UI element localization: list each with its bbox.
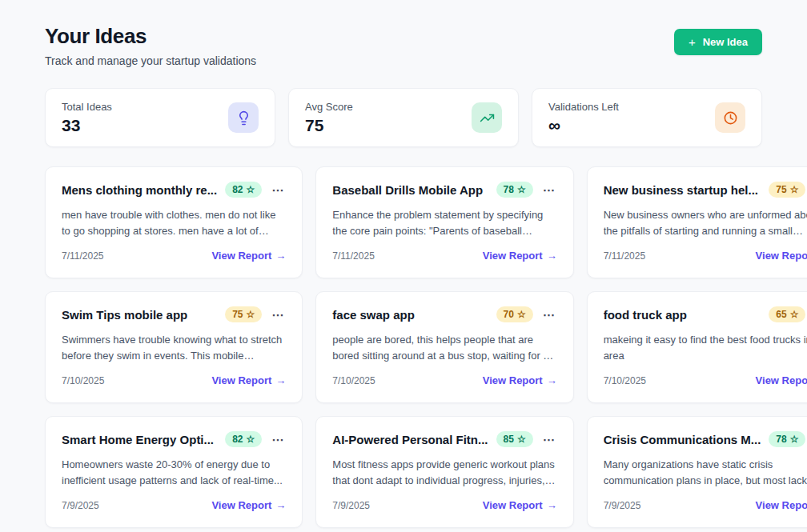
- card-footer: 7/11/2025 View Report →: [62, 250, 286, 262]
- idea-date: 7/9/2025: [604, 500, 641, 511]
- card-footer: 7/10/2025 View Report →: [604, 374, 807, 386]
- stats-row: Total Ideas 33 Avg Score 75: [45, 88, 762, 147]
- card-header: face swap app 70 ☆ ⋯: [332, 306, 556, 322]
- score-value: 78: [504, 184, 514, 195]
- idea-card: food truck app 65 ☆ ⋯ makeing it easy to…: [587, 291, 807, 403]
- card-footer: 7/9/2025 View Report →: [62, 499, 286, 511]
- idea-card: Swim Tips mobile app 75 ☆ ⋯ Swimmers hav…: [45, 291, 303, 403]
- card-footer: 7/9/2025 View Report →: [332, 499, 556, 511]
- stat-label: Avg Score: [305, 101, 353, 113]
- idea-card: Mens clothing monthly re... 82 ☆ ⋯ men h…: [45, 166, 303, 278]
- view-report-label: View Report: [211, 499, 271, 511]
- idea-title: New business startup hel...: [604, 183, 761, 197]
- page-heading-group: Your Ideas Track and manage your startup…: [45, 24, 256, 67]
- ellipsis-icon: ⋯: [271, 308, 284, 322]
- arrow-right-icon: →: [275, 250, 286, 262]
- lightbulb-icon: [228, 102, 259, 133]
- view-report-link[interactable]: View Report →: [211, 499, 286, 511]
- score-badge: 78 ☆: [496, 182, 533, 198]
- idea-date: 7/10/2025: [332, 375, 375, 386]
- idea-title: Baseball Drills Mobile App: [332, 183, 488, 197]
- idea-card: AI-Powered Personal Fitn... 85 ☆ ⋯ Most …: [315, 416, 573, 528]
- idea-title: Mens clothing monthly re...: [62, 183, 217, 197]
- view-report-label: View Report: [756, 250, 807, 262]
- card-footer: 7/10/2025 View Report →: [332, 374, 556, 386]
- clock-icon: [715, 102, 745, 133]
- card-menu-button[interactable]: ⋯: [270, 307, 286, 322]
- arrow-right-icon: →: [547, 499, 557, 511]
- star-icon: ☆: [247, 185, 255, 194]
- arrow-right-icon: →: [275, 499, 286, 511]
- plus-icon: +: [689, 36, 696, 48]
- card-header: Crisis Communications M... 78 ☆ ⋯: [604, 431, 807, 447]
- card-footer: 7/10/2025 View Report →: [62, 374, 286, 386]
- card-header: AI-Powered Personal Fitn... 85 ☆ ⋯: [332, 431, 556, 447]
- view-report-link[interactable]: View Report →: [483, 499, 557, 511]
- score-value: 65: [776, 309, 786, 320]
- card-footer: 7/11/2025 View Report →: [332, 250, 556, 262]
- stat-card-validations-left: Validations Left ∞: [532, 88, 762, 147]
- stat-text: Validations Left ∞: [548, 101, 619, 135]
- card-menu-button[interactable]: ⋯: [270, 182, 286, 198]
- card-menu-button[interactable]: ⋯: [270, 432, 286, 447]
- stat-card-total-ideas: Total Ideas 33: [45, 88, 275, 147]
- view-report-label: View Report: [211, 374, 271, 386]
- ellipsis-icon: ⋯: [271, 433, 284, 446]
- score-value: 85: [504, 434, 514, 445]
- idea-card: face swap app 70 ☆ ⋯ people are bored, t…: [315, 291, 573, 403]
- card-menu-button[interactable]: ⋯: [541, 432, 557, 447]
- idea-description: people are bored, this helps people that…: [332, 332, 556, 363]
- ellipsis-icon: ⋯: [543, 308, 556, 322]
- view-report-label: View Report: [756, 499, 807, 511]
- view-report-link[interactable]: View Report →: [211, 374, 286, 386]
- view-report-link[interactable]: View Report →: [483, 374, 557, 386]
- card-header: Smart Home Energy Opti... 82 ☆ ⋯: [62, 431, 286, 447]
- idea-description: New business owners who are unformed abo…: [604, 207, 807, 238]
- page-subtitle: Track and manage your startup validation…: [45, 54, 256, 67]
- idea-date: 7/11/2025: [332, 250, 375, 262]
- star-icon: ☆: [790, 185, 799, 194]
- idea-title: face swap app: [332, 308, 488, 322]
- idea-description: Most fitness apps provide generic workou…: [332, 457, 556, 488]
- score-badge: 82 ☆: [225, 431, 262, 447]
- card-header: food truck app 65 ☆ ⋯: [604, 306, 807, 322]
- stat-label: Total Ideas: [62, 101, 112, 113]
- score-badge: 75 ☆: [225, 306, 262, 322]
- star-icon: ☆: [790, 434, 799, 444]
- stat-card-avg-score: Avg Score 75: [288, 88, 519, 147]
- view-report-link[interactable]: View Report →: [756, 250, 807, 262]
- score-value: 75: [776, 184, 786, 195]
- view-report-link[interactable]: View Report →: [756, 499, 807, 511]
- idea-title: Smart Home Energy Opti...: [62, 433, 217, 446]
- view-report-label: View Report: [483, 250, 543, 262]
- ellipsis-icon: ⋯: [271, 183, 284, 197]
- new-idea-button[interactable]: + New Idea: [674, 29, 762, 55]
- view-report-link[interactable]: View Report →: [211, 250, 286, 262]
- idea-title: AI-Powered Personal Fitn...: [332, 433, 488, 446]
- star-icon: ☆: [517, 434, 526, 444]
- ideas-dashboard: Your Ideas Track and manage your startup…: [0, 0, 807, 528]
- trending-up-icon: [472, 102, 502, 133]
- view-report-label: View Report: [483, 374, 543, 386]
- score-value: 82: [232, 434, 243, 445]
- view-report-link[interactable]: View Report →: [756, 374, 807, 386]
- idea-card: Smart Home Energy Opti... 82 ☆ ⋯ Homeown…: [45, 416, 303, 528]
- view-report-label: View Report: [483, 499, 543, 511]
- idea-date: 7/11/2025: [62, 250, 104, 262]
- card-menu-button[interactable]: ⋯: [541, 307, 557, 322]
- stat-value: ∞: [548, 116, 619, 135]
- score-badge: 65 ☆: [769, 306, 805, 322]
- ellipsis-icon: ⋯: [543, 183, 556, 197]
- view-report-link[interactable]: View Report →: [483, 250, 557, 262]
- arrow-right-icon: →: [275, 374, 286, 386]
- score-value: 70: [504, 309, 514, 320]
- arrow-right-icon: →: [547, 250, 557, 262]
- score-badge: 85 ☆: [496, 431, 533, 447]
- idea-description: makeing it easy to find the best food tr…: [604, 332, 807, 363]
- idea-description: Swimmers have trouble knowing what to st…: [62, 332, 286, 363]
- view-report-label: View Report: [756, 374, 807, 386]
- score-value: 75: [232, 309, 243, 320]
- card-header: Baseball Drills Mobile App 78 ☆ ⋯: [332, 182, 556, 198]
- card-menu-button[interactable]: ⋯: [541, 182, 557, 198]
- idea-date: 7/10/2025: [62, 375, 104, 386]
